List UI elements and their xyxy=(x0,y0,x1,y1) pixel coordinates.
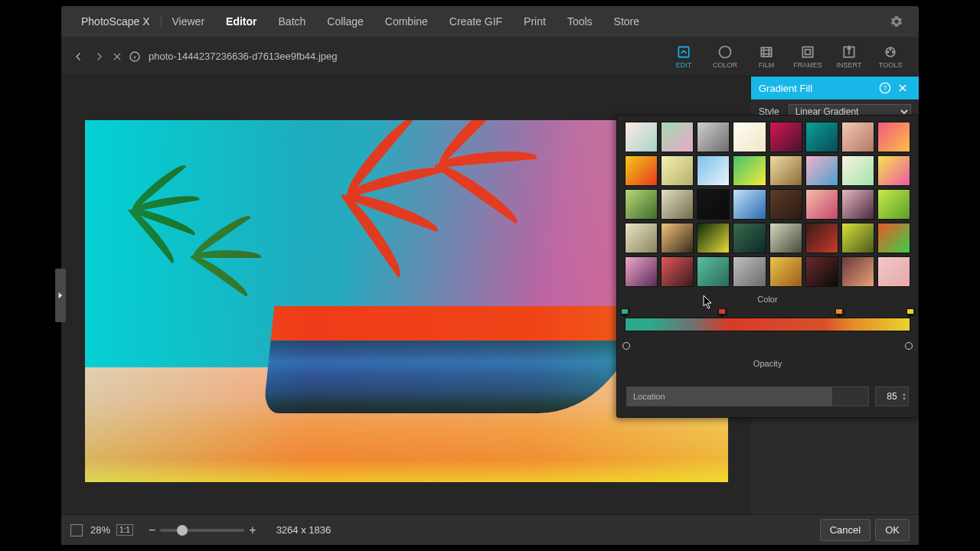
svg-rect-3 xyxy=(761,47,771,57)
menu-batch[interactable]: Batch xyxy=(268,15,317,28)
opacity-handle-row[interactable] xyxy=(625,341,910,351)
location-slider[interactable]: Location xyxy=(626,386,869,406)
zoom-slider-knob[interactable] xyxy=(177,525,188,536)
gradient-editor[interactable] xyxy=(625,308,910,336)
gradient-swatch[interactable] xyxy=(625,189,658,220)
gradient-swatch[interactable] xyxy=(697,122,730,152)
menu-combine[interactable]: Combine xyxy=(374,15,439,28)
background-swatch[interactable] xyxy=(70,524,83,536)
location-label: Location xyxy=(633,392,665,401)
color-stop[interactable] xyxy=(835,308,843,318)
gradient-swatch[interactable] xyxy=(661,223,694,253)
info-icon[interactable] xyxy=(126,51,144,63)
location-value[interactable]: 85 ▲▼ xyxy=(875,386,909,406)
gradient-swatch[interactable] xyxy=(805,155,838,186)
opacity-handle-left[interactable] xyxy=(622,342,630,350)
opacity-handle-right[interactable] xyxy=(905,342,913,350)
svg-point-10 xyxy=(893,51,894,53)
gradient-bar[interactable] xyxy=(625,318,910,331)
gradient-swatch[interactable] xyxy=(805,122,838,152)
gradient-swatch[interactable] xyxy=(841,223,874,253)
menu-collage[interactable]: Collage xyxy=(316,15,374,28)
gear-icon[interactable] xyxy=(890,15,910,28)
gradient-swatch[interactable] xyxy=(625,223,658,253)
zoom-out-button[interactable]: − xyxy=(144,523,160,537)
help-icon[interactable]: ? xyxy=(876,82,894,94)
tool-film[interactable]: FILM xyxy=(746,44,787,69)
gradient-swatch[interactable] xyxy=(841,189,874,220)
tool-frames-label: FRAMES xyxy=(793,61,822,69)
menu-viewer[interactable]: Viewer xyxy=(162,15,216,28)
gradient-swatch[interactable] xyxy=(625,256,658,287)
close-file-icon[interactable] xyxy=(109,51,126,62)
right-panel: Gradient Fill ? Style Linear Gradient Co… xyxy=(751,77,919,514)
tool-edit[interactable]: EDIT xyxy=(663,44,704,69)
gradient-swatch[interactable] xyxy=(877,155,910,186)
cancel-button[interactable]: Cancel xyxy=(820,519,871,541)
close-panel-icon[interactable] xyxy=(894,83,911,93)
tool-color-label: COLOR xyxy=(713,61,737,69)
gradient-swatch[interactable] xyxy=(661,122,694,152)
app-brand: PhotoScape X xyxy=(70,15,162,28)
nav-back-icon[interactable] xyxy=(69,50,89,64)
gradient-swatch[interactable] xyxy=(733,189,766,220)
gradient-swatch[interactable] xyxy=(805,189,838,220)
nav-forward-icon[interactable] xyxy=(89,50,109,64)
gradient-swatch[interactable] xyxy=(661,256,694,287)
menu-tools[interactable]: Tools xyxy=(557,15,603,28)
gradient-swatch[interactable] xyxy=(733,155,766,186)
menu-editor[interactable]: Editor xyxy=(215,15,267,28)
location-stepper[interactable]: ▲▼ xyxy=(902,392,906,401)
zoom-in-button[interactable]: + xyxy=(244,523,260,537)
menu-create-gif[interactable]: Create GIF xyxy=(439,15,513,28)
ok-button[interactable]: OK xyxy=(875,519,910,541)
gradient-swatch[interactable] xyxy=(877,122,910,152)
gradient-swatch[interactable] xyxy=(697,189,730,220)
gradient-swatch[interactable] xyxy=(841,122,874,152)
gradient-swatch[interactable] xyxy=(877,223,910,253)
gradient-swatch[interactable] xyxy=(625,155,658,186)
color-stop[interactable] xyxy=(906,308,914,318)
gradient-swatch[interactable] xyxy=(733,223,766,253)
tool-edit-label: EDIT xyxy=(676,61,692,69)
color-stop[interactable] xyxy=(718,308,726,318)
menu-store[interactable]: Store xyxy=(603,15,650,28)
gradient-swatch[interactable] xyxy=(733,122,766,152)
menu-print[interactable]: Print xyxy=(513,15,557,28)
zoom-reset-button[interactable]: 1:1 xyxy=(116,524,133,536)
top-menu-bar: PhotoScape X Viewer Editor Batch Collage… xyxy=(61,6,919,37)
gradient-swatch[interactable] xyxy=(805,223,838,253)
gradient-swatch[interactable] xyxy=(841,256,874,287)
gradient-swatch[interactable] xyxy=(697,155,730,186)
gradient-swatch[interactable] xyxy=(769,223,802,253)
tool-tools[interactable]: TOOLS xyxy=(870,44,911,69)
sidebar-expand-handle[interactable] xyxy=(55,269,66,322)
svg-rect-5 xyxy=(805,49,811,54)
gradient-swatch[interactable] xyxy=(877,256,910,287)
gradient-swatch[interactable] xyxy=(733,256,766,287)
tool-frames[interactable]: FRAMES xyxy=(787,44,828,69)
gradient-swatch[interactable] xyxy=(841,155,874,186)
gradient-swatch[interactable] xyxy=(697,256,730,287)
color-stop[interactable] xyxy=(621,308,629,318)
tool-color[interactable]: COLOR xyxy=(704,44,746,69)
tool-insert-label: INSERT xyxy=(837,61,862,69)
gradient-swatch[interactable] xyxy=(625,122,658,152)
gradient-swatch[interactable] xyxy=(769,155,802,186)
gradient-swatch[interactable] xyxy=(769,256,802,287)
gradient-swatch[interactable] xyxy=(769,189,802,220)
gradient-swatch[interactable] xyxy=(877,189,910,220)
zoom-slider[interactable] xyxy=(160,529,244,532)
gradient-swatch[interactable] xyxy=(697,223,730,253)
frames-icon xyxy=(800,44,815,60)
gradient-swatch[interactable] xyxy=(661,189,694,220)
secondary-bar: photo-1444237236636-d7613ee9fb44.jpeg ED… xyxy=(61,37,919,77)
svg-point-8 xyxy=(890,48,891,50)
gradient-swatch[interactable] xyxy=(661,155,694,186)
panel-title: Gradient Fill xyxy=(759,83,812,94)
gradient-swatch[interactable] xyxy=(805,256,838,287)
tool-insert[interactable]: INSERT xyxy=(828,44,870,69)
gradient-swatch[interactable] xyxy=(769,122,802,152)
image-dimensions: 3264 x 1836 xyxy=(276,524,332,536)
panel-title-bar: Gradient Fill ? xyxy=(751,77,919,99)
